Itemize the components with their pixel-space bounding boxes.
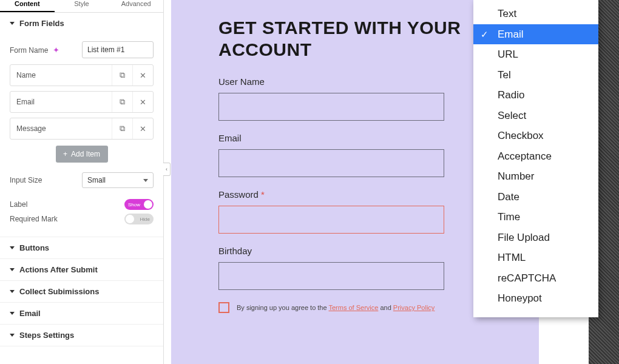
editor-sidebar: Content Style Advanced Form Fields Form … [0, 0, 164, 364]
duplicate-field-button[interactable]: ⧉ [112, 118, 132, 139]
input-size-select[interactable]: Small [82, 172, 154, 188]
dropdown-item-tel[interactable]: Tel [473, 65, 598, 86]
dropdown-item-label: File Upload [498, 232, 550, 243]
remove-field-button[interactable]: ✕ [132, 65, 153, 86]
terms-link[interactable]: Terms of Service [328, 304, 378, 311]
caret-down-icon [10, 246, 15, 249]
dropdown-item-acceptance[interactable]: Acceptance [473, 146, 598, 167]
dropdown-item-email[interactable]: ✓Email [473, 24, 598, 45]
field-row[interactable]: Email ⧉ ✕ [10, 91, 154, 113]
required-mark-label: Required Mark [10, 215, 58, 223]
section-form-fields: Form Fields Form Name ✦ Name ⧉ ✕ Email ⧉ [0, 13, 163, 237]
section-header-steps-settings[interactable]: Steps Settings [0, 325, 163, 346]
password-label-text: Password [218, 189, 259, 200]
toggle-text: Show [128, 202, 140, 207]
label-toggle-label: Label [10, 200, 27, 209]
close-icon: ✕ [140, 98, 146, 107]
field-row[interactable]: Name ⧉ ✕ [10, 64, 154, 86]
dropdown-item-time[interactable]: Time [473, 207, 598, 228]
add-item-label: Add Item [71, 150, 100, 158]
section-header-actions-after-submit[interactable]: Actions After Submit [0, 259, 163, 280]
section-header-form-fields[interactable]: Form Fields [0, 13, 163, 34]
required-asterisk: * [261, 189, 265, 200]
form-field-email: Email [218, 133, 502, 177]
dropdown-item-recaptcha[interactable]: reCAPTCHA [473, 268, 598, 289]
field-row[interactable]: Message ⧉ ✕ [10, 118, 154, 140]
close-icon: ✕ [140, 124, 146, 133]
caret-down-icon [10, 334, 15, 337]
section-header-buttons[interactable]: Buttons [0, 237, 163, 258]
ai-sparkle-icon[interactable]: ✦ [53, 46, 59, 55]
sidebar-collapse-handle[interactable]: ‹ [163, 163, 171, 176]
dropdown-item-label: Tel [498, 69, 511, 81]
dropdown-item-html[interactable]: HTML [473, 248, 598, 268]
caret-down-icon [10, 312, 15, 315]
agree-row: By signing up you agree to the Terms of … [218, 302, 502, 313]
email-label: Email [218, 133, 502, 143]
close-icon: ✕ [140, 71, 146, 80]
email-input[interactable] [218, 149, 444, 177]
dropdown-item-label: Select [498, 110, 526, 121]
form-field-birthday: Birthday [218, 246, 502, 290]
section-title: Steps Settings [19, 331, 74, 340]
section-title: Buttons [19, 243, 49, 252]
dropdown-item-label: Text [498, 8, 516, 19]
section-body-form-fields: Form Name ✦ Name ⧉ ✕ Email ⧉ ✕ Message [0, 34, 163, 237]
section-header-email[interactable]: Email [0, 303, 163, 324]
birthday-label: Birthday [218, 246, 502, 256]
section-title: Actions After Submit [19, 265, 98, 274]
privacy-link[interactable]: Privacy Policy [393, 304, 435, 311]
toggle-text: Hide [140, 217, 150, 222]
dropdown-item-label: reCAPTCHA [498, 272, 556, 284]
form-name-label: Form Name ✦ [10, 46, 59, 55]
dropdown-item-url[interactable]: URL [473, 44, 598, 65]
toggle-knob [126, 215, 134, 223]
field-row-label: Message [10, 118, 112, 139]
dropdown-item-date[interactable]: Date [473, 187, 598, 207]
dropdown-item-honeypot[interactable]: Honeypot [473, 288, 598, 309]
form-title: GET STARTED WITH YOUR ACCOUNT [218, 17, 502, 61]
dropdown-item-file-upload[interactable]: File Upload [473, 228, 598, 248]
remove-field-button[interactable]: ✕ [132, 92, 153, 112]
dropdown-item-label: Email [498, 29, 524, 40]
tab-content[interactable]: Content [0, 0, 55, 12]
copy-icon: ⧉ [120, 97, 125, 107]
field-list: Name ⧉ ✕ Email ⧉ ✕ Message ⧉ ✕ [10, 64, 154, 140]
duplicate-field-button[interactable]: ⧉ [112, 92, 132, 112]
duplicate-field-button[interactable]: ⧉ [112, 65, 132, 86]
dropdown-item-radio[interactable]: Radio [473, 85, 598, 106]
dropdown-item-text[interactable]: Text [473, 4, 598, 24]
form-name-input[interactable] [82, 41, 154, 58]
section-header-collect-submissions[interactable]: Collect Subimissions [0, 281, 163, 302]
field-row-label: Email [10, 92, 112, 112]
copy-icon: ⧉ [120, 70, 125, 80]
dropdown-item-label: Checkbox [498, 130, 544, 141]
dropdown-item-label: Date [498, 191, 519, 203]
password-label: Password * [218, 189, 502, 200]
caret-down-icon [10, 268, 15, 271]
caret-down-icon [10, 22, 15, 25]
section-title: Email [19, 309, 41, 318]
dropdown-item-label: Radio [498, 89, 524, 101]
form-field-username: User Name [218, 76, 502, 121]
dropdown-item-checkbox[interactable]: Checkbox [473, 126, 598, 146]
section-title: Collect Subimissions [19, 287, 99, 296]
tab-style[interactable]: Style [55, 0, 109, 12]
dropdown-item-number[interactable]: Number [473, 166, 598, 187]
remove-field-button[interactable]: ✕ [132, 118, 153, 139]
add-item-button[interactable]: + Add Item [56, 146, 108, 163]
label-toggle[interactable]: Show [124, 199, 154, 210]
required-mark-toggle[interactable]: Hide [124, 214, 154, 224]
dropdown-item-select[interactable]: Select [473, 106, 598, 126]
agree-text: By signing up you agree to the Terms of … [237, 304, 435, 311]
dropdown-item-label: HTML [498, 252, 526, 263]
password-input[interactable] [218, 206, 444, 234]
agree-checkbox[interactable] [218, 302, 229, 313]
birthday-input[interactable] [218, 262, 444, 290]
dropdown-item-label: Acceptance [498, 150, 552, 162]
username-input[interactable] [218, 93, 444, 121]
dropdown-item-label: URL [498, 49, 518, 60]
field-row-label: Name [10, 65, 112, 86]
tab-advanced[interactable]: Advanced [109, 0, 163, 12]
chevron-left-icon: ‹ [166, 166, 167, 172]
